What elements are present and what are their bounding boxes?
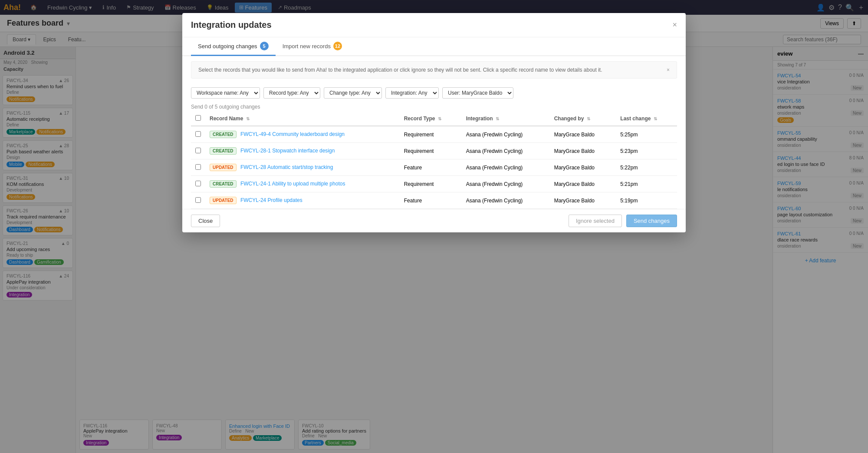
modal-header: Integration updates ×: [182, 13, 686, 37]
record-type-cell: Feature: [400, 192, 462, 209]
last-change-cell: 5:19pm: [616, 192, 677, 209]
integration-header[interactable]: Integration ⇅: [462, 112, 550, 126]
integration-cell: Asana (Fredwin Cycling): [462, 192, 550, 209]
integration-cell: Asana (Fredwin Cycling): [462, 176, 550, 192]
modal-title: Integration updates: [191, 20, 272, 30]
record-name-cell: CREATED FWCYL-28-1 Stopwatch interface d…: [205, 143, 400, 159]
table-body: CREATED FWCYL-49-4 Community leaderboard…: [191, 126, 677, 209]
info-banner-text: Select the records that you would like t…: [198, 67, 602, 73]
row-checkbox[interactable]: [195, 164, 201, 170]
import-tab-label: Import new records: [283, 43, 331, 50]
user-filter[interactable]: User: MaryGrace Baldo: [442, 87, 513, 99]
modal-overlay: Integration updates × Send outgoing chan…: [0, 0, 868, 453]
modal-footer: Close Ignore selected Send changes: [182, 209, 686, 232]
changed-by-cell: MaryGrace Baldo: [550, 143, 616, 159]
close-button[interactable]: Close: [191, 215, 220, 227]
integration-cell: Asana (Fredwin Cycling): [462, 126, 550, 143]
row-checkbox-cell[interactable]: [191, 192, 205, 209]
record-link[interactable]: FWCYL-24-1 Ability to upload multiple ph…: [240, 181, 345, 187]
record-name-cell: CREATED FWCYL-24-1 Ability to upload mul…: [205, 176, 400, 192]
last-change-header[interactable]: Last change ⇅: [616, 112, 677, 126]
record-name-cell: UPDATED FWCYL-24 Profile updates: [205, 192, 400, 209]
workspace-filter[interactable]: Workspace name: Any: [191, 87, 260, 99]
table-row: CREATED FWCYL-49-4 Community leaderboard…: [191, 126, 677, 143]
last-change-cell: 5:22pm: [616, 159, 677, 176]
row-checkbox[interactable]: [195, 148, 201, 153]
changed-by-header[interactable]: Changed by ⇅: [550, 112, 616, 126]
sort-icon: ⇅: [654, 116, 657, 121]
record-status-badge: UPDATED: [210, 164, 237, 171]
info-banner-close-icon[interactable]: ×: [667, 67, 670, 73]
table-row: CREATED FWCYL-28-1 Stopwatch interface d…: [191, 143, 677, 159]
record-status-badge: CREATED: [210, 180, 237, 188]
record-type-cell: Requirement: [400, 126, 462, 143]
ignore-selected-button[interactable]: Ignore selected: [569, 215, 622, 227]
select-all-checkbox[interactable]: [195, 115, 201, 121]
integration-cell: Asana (Fredwin Cycling): [462, 159, 550, 176]
record-name-cell: UPDATED FWCYL-28 Automatic start/stop tr…: [205, 159, 400, 176]
change-type-filter[interactable]: Change type: Any: [324, 87, 382, 99]
tab-outgoing-changes[interactable]: Send outgoing changes 5: [191, 37, 276, 56]
record-type-cell: Requirement: [400, 143, 462, 159]
last-change-cell: 5:23pm: [616, 143, 677, 159]
record-name-cell: CREATED FWCYL-49-4 Community leaderboard…: [205, 126, 400, 143]
table-row: UPDATED FWCYL-24 Profile updates Feature…: [191, 192, 677, 209]
row-checkbox-cell[interactable]: [191, 159, 205, 176]
record-status-badge: CREATED: [210, 131, 237, 138]
send-changes-button[interactable]: Send changes: [626, 215, 677, 227]
record-link[interactable]: FWCYL-24 Profile updates: [240, 197, 302, 203]
record-type-cell: Requirement: [400, 176, 462, 192]
footer-right-actions: Ignore selected Send changes: [569, 215, 677, 227]
info-banner: Select the records that you would like t…: [191, 61, 677, 79]
select-all-header: [191, 112, 205, 126]
record-type-cell: Feature: [400, 159, 462, 176]
outgoing-tab-badge: 5: [260, 42, 269, 50]
record-link[interactable]: FWCYL-49-4 Community leaderboard design: [240, 131, 345, 137]
changed-by-cell: MaryGrace Baldo: [550, 159, 616, 176]
table-row: CREATED FWCYL-24-1 Ability to upload mul…: [191, 176, 677, 192]
changed-by-cell: MaryGrace Baldo: [550, 192, 616, 209]
filter-row: Workspace name: Any Record type: Any Cha…: [182, 84, 686, 102]
close-icon[interactable]: ×: [672, 20, 677, 30]
integration-filter[interactable]: Integration: Any: [385, 87, 439, 99]
row-checkbox[interactable]: [195, 131, 201, 137]
record-link[interactable]: FWCYL-28-1 Stopwatch interface design: [240, 148, 335, 154]
sort-icon: ⇅: [438, 116, 441, 121]
modal-table: Record Name ⇅ Record Type ⇅ Integration …: [182, 112, 686, 209]
integration-cell: Asana (Fredwin Cycling): [462, 143, 550, 159]
send-count: Send 0 of 5 outgoing changes: [182, 102, 686, 112]
sort-icon: ⇅: [587, 116, 590, 121]
records-table: Record Name ⇅ Record Type ⇅ Integration …: [191, 112, 677, 209]
record-type-header[interactable]: Record Type ⇅: [400, 112, 462, 126]
record-link[interactable]: FWCYL-28 Automatic start/stop tracking: [240, 164, 333, 170]
changed-by-cell: MaryGrace Baldo: [550, 126, 616, 143]
import-tab-badge: 12: [333, 42, 342, 50]
tab-import-records[interactable]: Import new records 12: [276, 37, 349, 56]
last-change-cell: 5:25pm: [616, 126, 677, 143]
record-name-header[interactable]: Record Name ⇅: [205, 112, 400, 126]
record-type-filter[interactable]: Record type: Any: [263, 87, 320, 99]
row-checkbox[interactable]: [195, 197, 201, 203]
integration-updates-modal: Integration updates × Send outgoing chan…: [182, 13, 686, 232]
last-change-cell: 5:21pm: [616, 176, 677, 192]
table-row: UPDATED FWCYL-28 Automatic start/stop tr…: [191, 159, 677, 176]
sort-icon: ⇅: [246, 116, 250, 121]
record-status-badge: CREATED: [210, 147, 237, 155]
row-checkbox-cell[interactable]: [191, 143, 205, 159]
row-checkbox-cell[interactable]: [191, 126, 205, 143]
modal-tabs: Send outgoing changes 5 Import new recor…: [182, 37, 686, 56]
outgoing-tab-label: Send outgoing changes: [198, 43, 257, 50]
row-checkbox[interactable]: [195, 181, 201, 186]
sort-icon: ⇅: [496, 116, 499, 121]
row-checkbox-cell[interactable]: [191, 176, 205, 192]
record-status-badge: UPDATED: [210, 197, 237, 204]
table-header: Record Name ⇅ Record Type ⇅ Integration …: [191, 112, 677, 126]
changed-by-cell: MaryGrace Baldo: [550, 176, 616, 192]
